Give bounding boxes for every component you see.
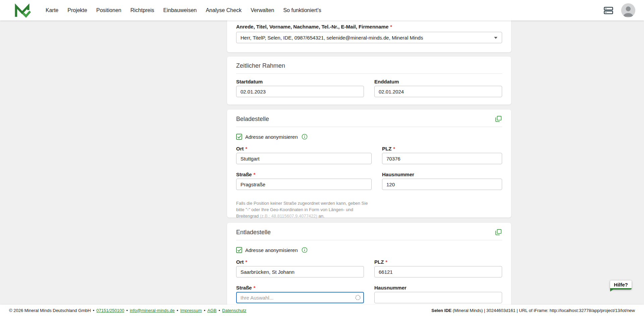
separator-dot: • <box>126 308 128 313</box>
zeitraum-fields: Startdatum Enddatum <box>236 79 502 97</box>
nav-item-positionen[interactable]: Positionen <box>96 7 121 13</box>
person-icon <box>621 3 635 17</box>
belade-hausnummer-label: Hausnummer <box>382 172 414 177</box>
enddatum-label: Enddatum <box>374 79 399 84</box>
nav-item-analyse-check[interactable]: Analyse Check <box>206 7 241 13</box>
belade-plz-input[interactable] <box>382 153 502 164</box>
entladestelle-card: Entladestelle Adresse anonymisieren <box>227 223 511 305</box>
belade-hausnummer-input[interactable] <box>382 179 502 190</box>
user-avatar[interactable] <box>621 3 635 17</box>
startdatum-field: Startdatum <box>236 79 364 97</box>
footer-user: Selen IDE <box>431 308 451 313</box>
beladestelle-title: Beladestelle <box>236 116 269 123</box>
entlade-strasse-field: Straße * <box>236 285 364 303</box>
enddatum-field: Enddatum <box>374 79 502 97</box>
belade-plz-field: PLZ * <box>382 146 502 164</box>
belade-strasse-field: Straße * <box>236 172 372 190</box>
nav-item-so-funktionierts[interactable]: So funktioniert's <box>283 7 321 13</box>
entlade-plz-label: PLZ <box>374 259 384 265</box>
nav-item-verwalten[interactable]: Verwalten <box>251 7 274 13</box>
belade-plz-label: PLZ <box>382 146 391 151</box>
entlade-anonymize-label: Adresse anonymisieren <box>245 247 298 253</box>
footer-link-impressum[interactable]: Impressum <box>180 308 202 313</box>
zeitraum-header: Zeitlicher Rahmen <box>236 57 502 74</box>
main-menu: Karte Projekte Positionen Richtpreis Ein… <box>46 7 321 13</box>
hint-suffix: an. <box>317 213 325 218</box>
contact-label-row: Anrede, Titel, Vorname, Nachname, Tel.-N… <box>236 24 502 29</box>
belade-anonymize-label: Adresse anonymisieren <box>245 134 298 140</box>
belade-ort-field: Ort * <box>236 146 372 164</box>
beladestelle-header: Beladestelle <box>236 110 502 127</box>
entlade-anonymize-row: Adresse anonymisieren <box>236 247 502 253</box>
info-icon[interactable] <box>302 247 308 253</box>
entlade-strasse-input[interactable] <box>236 292 364 303</box>
entlade-ort-field: Ort * <box>236 259 364 277</box>
entladestelle-header: Entladestelle <box>236 223 502 240</box>
page-footer: © 2026 Mineral Minds Deutschland GmbH • … <box>0 305 644 316</box>
entlade-hausnummer-label: Hausnummer <box>374 285 407 291</box>
contact-card: Anrede, Titel, Vorname, Nachname, Tel.-N… <box>227 20 511 52</box>
required-asterisk: * <box>254 172 256 177</box>
belade-fields: Ort * PLZ * Straße * <box>236 146 502 219</box>
required-asterisk: * <box>385 259 387 265</box>
dropdown-caret-icon <box>494 37 497 39</box>
beladestelle-card: Beladestelle Adresse anonymisieren <box>227 110 511 217</box>
contact-select[interactable]: Herr, TitelP, Selen, IDE, 0987/654321, s… <box>236 32 502 43</box>
contact-select-value: Herr, TitelP, Selen, IDE, 0987/654321, s… <box>240 35 423 41</box>
check-icon <box>237 248 241 252</box>
belade-anonymize-checkbox[interactable] <box>236 134 242 140</box>
server-icon[interactable] <box>602 5 614 15</box>
footer-debug-info: Selen IDE (Mineral Minds) | 30244603d161… <box>431 308 635 313</box>
zeitraum-title: Zeitlicher Rahmen <box>236 62 285 69</box>
separator-dot: • <box>219 308 220 313</box>
footer-link-email[interactable]: info@mineral-minds.de <box>130 308 175 313</box>
info-icon[interactable] <box>302 134 308 140</box>
nav-item-projekte[interactable]: Projekte <box>67 7 87 13</box>
separator-dot: • <box>93 308 95 313</box>
required-asterisk: * <box>393 146 395 151</box>
entlade-plz-input[interactable] <box>374 266 502 277</box>
copy-icon[interactable] <box>495 115 502 123</box>
hint-coords: (z.B.: 48.8115607,9.4077422) <box>260 213 317 218</box>
required-asterisk: * <box>246 146 248 151</box>
mineral-minds-logo[interactable] <box>14 3 31 18</box>
startdatum-input[interactable] <box>236 86 364 97</box>
separator-dot: • <box>204 308 206 313</box>
entlade-hausnummer-field: Hausnummer <box>374 285 502 303</box>
enddatum-input[interactable] <box>374 86 502 97</box>
entlade-ort-input[interactable] <box>236 266 364 277</box>
entlade-plz-field: PLZ * <box>374 259 502 277</box>
belade-hausnummer-field: Hausnummer <box>382 172 502 190</box>
entlade-fields: Ort * PLZ * Straße * <box>236 259 502 303</box>
belade-strasse-input[interactable] <box>236 179 372 190</box>
entlade-ort-label: Ort <box>236 259 244 265</box>
top-navigation: Karte Projekte Positionen Richtpreis Ein… <box>0 0 644 20</box>
required-asterisk: * <box>246 259 248 265</box>
footer-link-phone[interactable]: 07151/250100 <box>96 308 124 313</box>
zeitraum-card: Zeitlicher Rahmen Startdatum Enddatum <box>227 57 511 105</box>
belade-anonymize-row: Adresse anonymisieren <box>236 134 502 140</box>
nav-item-karte[interactable]: Karte <box>46 7 58 13</box>
check-icon <box>237 135 241 139</box>
required-asterisk: * <box>254 285 256 291</box>
help-button[interactable]: Hilfe? <box>610 280 632 290</box>
separator-dot: • <box>177 308 178 313</box>
required-asterisk: * <box>390 24 392 29</box>
nav-right-actions <box>602 3 635 17</box>
footer-link-datenschutz[interactable]: Datenschutz <box>222 308 246 313</box>
nav-item-richtpreis[interactable]: Richtpreis <box>130 7 154 13</box>
belade-ort-input[interactable] <box>236 153 372 164</box>
strasse-hint-text: Falls die Position keiner Straße zugeord… <box>236 200 372 219</box>
footer-session-info: (Mineral Minds) | 30244603d161 | URL of … <box>451 308 635 313</box>
copyright-text: © 2026 Mineral Minds Deutschland GmbH <box>9 308 91 313</box>
nav-item-einbauweisen[interactable]: Einbauweisen <box>163 7 197 13</box>
belade-strasse-label: Straße <box>236 172 252 177</box>
entladestelle-title: Entladestelle <box>236 229 271 236</box>
entlade-hausnummer-input[interactable] <box>374 292 502 303</box>
startdatum-label: Startdatum <box>236 79 263 84</box>
footer-link-agb[interactable]: AGB <box>207 308 216 313</box>
copy-icon[interactable] <box>495 229 502 236</box>
entlade-anonymize-checkbox[interactable] <box>236 247 242 253</box>
belade-ort-label: Ort <box>236 146 244 151</box>
page-content: Anrede, Titel, Vorname, Nachname, Tel.-N… <box>0 20 644 305</box>
